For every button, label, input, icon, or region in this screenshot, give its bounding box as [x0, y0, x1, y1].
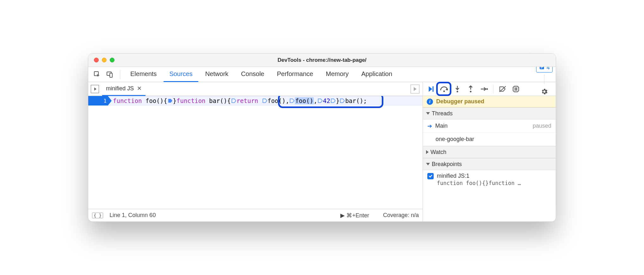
debugger-toolbar [423, 82, 556, 96]
code-content: function foo(){}function bar(){return fo… [108, 97, 367, 104]
minimize-window-button[interactable] [102, 58, 107, 62]
breakpoint-checkbox[interactable] [427, 173, 434, 179]
watch-section-header[interactable]: Watch [423, 146, 556, 158]
coverage-status: Coverage: n/a [383, 212, 419, 219]
threads-section-header[interactable]: Threads [423, 107, 556, 119]
tab-sources[interactable]: Sources [164, 67, 198, 82]
breakpoints-section-header[interactable]: Breakpoints [423, 158, 556, 170]
expand-icon [426, 163, 430, 165]
watch-label: Watch [430, 149, 446, 156]
info-icon: i [427, 99, 433, 105]
thread-status: paused [533, 123, 551, 129]
expand-icon [426, 112, 430, 115]
zoom-window-button[interactable] [110, 58, 115, 62]
deactivate-breakpoints-button[interactable] [497, 84, 508, 94]
step-out-button[interactable] [465, 84, 476, 94]
thread-main[interactable]: ➔ Main paused [423, 119, 556, 133]
separator [120, 70, 120, 79]
current-thread-icon: ➔ [427, 123, 432, 130]
debugger-status-text: Debugger paused [436, 98, 484, 105]
svg-rect-14 [516, 87, 517, 91]
svg-rect-13 [515, 87, 516, 91]
window-controls [94, 58, 115, 62]
breakpoint-label: minified JS:1 [437, 173, 469, 179]
devtools-window: DevTools - chrome://new-tab-page/ Elemen… [88, 53, 556, 222]
tab-elements[interactable]: Elements [125, 67, 162, 82]
breakpoints-label: Breakpoints [432, 161, 462, 168]
current-execution-point: foo() [295, 97, 313, 104]
tab-application[interactable]: Application [356, 67, 398, 82]
debugger-pane: i Debugger paused Threads ➔ Main paused … [423, 82, 556, 221]
collapse-icon [426, 150, 429, 154]
file-tab-active[interactable]: minified JS ✕ [102, 82, 146, 96]
svg-point-9 [457, 91, 458, 92]
execution-marker-icon [289, 98, 294, 103]
execution-marker-icon [340, 98, 345, 103]
breakpoint-preview: function foo(){}function … [437, 180, 551, 186]
pretty-print-button[interactable]: { } [92, 213, 103, 218]
navigator-toggle-button[interactable] [91, 85, 99, 93]
window-title: DevTools - chrome://new-tab-page/ [93, 57, 551, 63]
step-over-button[interactable] [439, 84, 449, 94]
editor-statusbar: { } Line 1, Column 60 ▶ ⌘+Enter Coverage… [88, 209, 423, 221]
tab-network[interactable]: Network [200, 67, 234, 82]
editor-pane: minified JS ✕ 1 function foo(){}function… [88, 82, 423, 221]
device-toolbar-button[interactable] [104, 69, 115, 80]
execution-marker-icon [318, 98, 323, 103]
step-into-button[interactable] [452, 84, 463, 94]
code-line: 1 function foo(){}function bar(){return … [88, 96, 423, 106]
thread-item[interactable]: one-google-bar [423, 133, 556, 146]
execution-marker-icon [331, 98, 336, 103]
line-number[interactable]: 1 [88, 96, 108, 106]
resume-button[interactable] [425, 84, 436, 94]
code-editor[interactable]: 1 function foo(){}function bar(){return … [88, 96, 423, 209]
svg-point-8 [443, 90, 445, 92]
svg-rect-7 [432, 86, 433, 92]
file-tab-name: minified JS [106, 85, 134, 92]
cursor-position: Line 1, Column 60 [109, 212, 156, 219]
breakpoint-item[interactable]: minified JS:1 function foo(){}function … [423, 170, 556, 189]
svg-point-10 [470, 91, 472, 92]
svg-point-11 [486, 88, 488, 90]
close-file-button[interactable]: ✕ [137, 85, 142, 92]
execution-marker-icon [231, 98, 236, 103]
tab-performance[interactable]: Performance [271, 67, 319, 82]
titlebar: DevTools - chrome://new-tab-page/ [88, 54, 556, 67]
tab-console[interactable]: Console [235, 67, 270, 82]
separator [493, 85, 493, 93]
sources-body: minified JS ✕ 1 function foo(){}function… [88, 82, 556, 221]
pause-on-exceptions-button[interactable] [511, 84, 521, 94]
thread-name: one-google-bar [436, 136, 474, 143]
close-window-button[interactable] [94, 58, 99, 62]
step-button[interactable] [479, 84, 489, 94]
debugger-status: i Debugger paused [423, 96, 556, 107]
thread-name: Main [435, 123, 448, 129]
inspect-element-button[interactable] [91, 69, 103, 80]
execution-marker-icon [262, 98, 267, 103]
svg-rect-2 [110, 73, 112, 77]
tab-memory[interactable]: Memory [320, 67, 354, 82]
execution-marker-icon [168, 98, 173, 103]
run-snippet-button[interactable] [411, 85, 419, 93]
file-tabs: minified JS ✕ [88, 82, 423, 96]
threads-label: Threads [432, 110, 453, 117]
run-hint: ▶ ⌘+Enter [340, 212, 369, 219]
main-tabs: Elements Sources Network Console Perform… [88, 67, 556, 82]
